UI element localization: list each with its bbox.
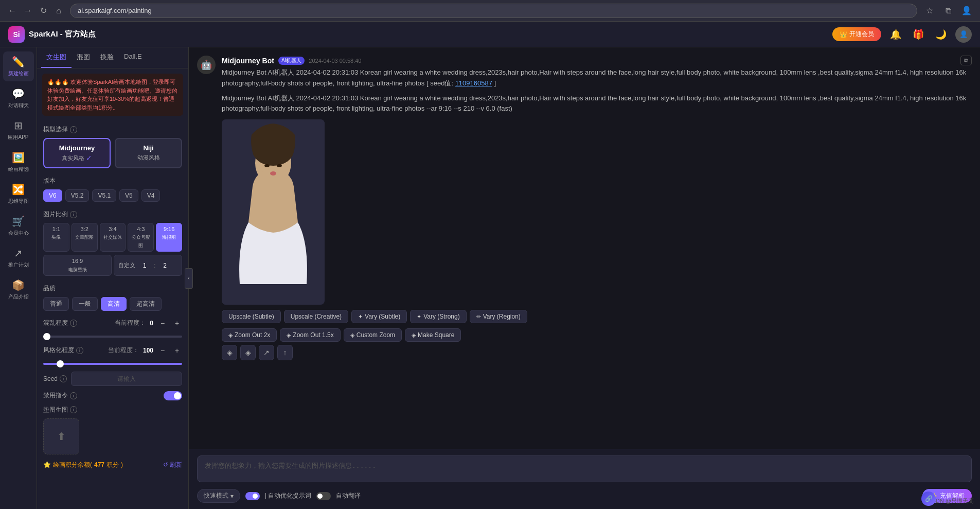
version-v5[interactable]: V5	[119, 189, 138, 202]
ratio-3-2[interactable]: 3:2文章配图	[72, 223, 98, 252]
seed-value[interactable]: 1109160587	[455, 79, 492, 87]
tab-face-swap[interactable]: 换脸	[95, 47, 119, 68]
quality-general[interactable]: 一般	[72, 297, 98, 311]
ratio-custom-w[interactable]	[137, 262, 152, 269]
app-title: SparkAI - 官方站点	[29, 29, 96, 39]
copy-button[interactable]: ⧉	[960, 56, 972, 65]
back-button[interactable]: ←	[6, 5, 19, 17]
model-card-niji[interactable]: Niji 动漫风格	[115, 138, 182, 168]
chaos-plus[interactable]: +	[172, 318, 182, 328]
refresh-button[interactable]: ↻	[37, 5, 49, 17]
ratio-custom-h[interactable]	[158, 262, 172, 269]
sidebar-item-mindmap[interactable]: 🔀 思维导图	[3, 179, 34, 209]
zoom-out-2x-btn[interactable]: ◈ Zoom Out 2x	[222, 328, 277, 342]
sidebar-item-product[interactable]: 📦 产品介绍	[3, 275, 34, 305]
check-icon: ✓	[86, 154, 92, 162]
vary-subtle-btn[interactable]: ✦ Vary (Subtle)	[351, 310, 407, 323]
window-button[interactable]: ⧉	[941, 4, 955, 18]
seed-info-icon[interactable]: i	[60, 375, 67, 382]
user-avatar[interactable]: 👤	[955, 26, 972, 43]
ratio-16-9[interactable]: 16:9电脑壁纸	[43, 255, 112, 276]
quality-normal[interactable]: 普通	[43, 297, 69, 311]
sidebar-label-app: 应用APP	[8, 134, 28, 141]
version-v51[interactable]: V5.1	[92, 189, 116, 202]
quick-mode-button[interactable]: 快速模式 ▾	[197, 489, 240, 503]
membership-button[interactable]: 👑 开通会员	[832, 27, 881, 41]
forward-button[interactable]: →	[22, 5, 34, 17]
forbidden-info-icon[interactable]: i	[70, 392, 77, 399]
alert-banner: 🔥🔥🔥 欢迎体验SparkAI绘画本地绘图，登录即可体验免费绘画。任意体验所有绘…	[42, 74, 183, 116]
arrow-s[interactable]: ◈	[240, 345, 256, 360]
notification-button[interactable]: 🔔	[887, 26, 904, 43]
profile-button[interactable]: 👤	[959, 4, 974, 18]
style-slider[interactable]	[43, 363, 182, 365]
logo-icon: Si	[8, 26, 25, 43]
corner-icon[interactable]: 🔗	[921, 492, 936, 506]
arrow-sw[interactable]: ◈	[222, 345, 237, 360]
gift-button[interactable]: 🎁	[910, 26, 926, 43]
chaos-minus[interactable]: −	[157, 318, 168, 328]
ratio-info-icon[interactable]: i	[70, 211, 77, 218]
browser-actions: ☆ ⧉ 👤	[922, 4, 974, 18]
refresh-button[interactable]: ↺ 刷新	[163, 461, 182, 469]
collapse-button[interactable]: ‹	[185, 268, 193, 289]
ratio-4-3[interactable]: 4:3公众号配图	[128, 223, 154, 252]
sidebar-item-promo[interactable]: ↗ 推广计划	[3, 243, 34, 273]
quality-ultra-hd[interactable]: 超高清	[130, 297, 162, 311]
chaos-info-icon[interactable]: i	[70, 320, 77, 327]
product-icon: 📦	[12, 279, 25, 291]
model-info-icon[interactable]: i	[70, 126, 77, 133]
version-v4[interactable]: V4	[141, 189, 161, 202]
make-square-btn[interactable]: ◈ Make Square	[405, 328, 461, 342]
arrow-n[interactable]: ↑	[277, 345, 293, 360]
ratio-1-1[interactable]: 1:1头像	[43, 223, 69, 252]
style-minus[interactable]: −	[157, 345, 168, 356]
model-name-mj: Midjourney	[59, 144, 95, 152]
sidebar-label-promo: 推广计划	[8, 261, 29, 269]
vary-region-btn[interactable]: ✏ Vary (Region)	[470, 310, 527, 323]
version-v52[interactable]: V5.2	[65, 189, 90, 202]
upscale-creative-btn[interactable]: Upscale (Creative)	[284, 310, 348, 323]
sidebar-item-membership[interactable]: 🛒 会员中心	[3, 211, 34, 241]
quality-hd[interactable]: 高清	[101, 297, 127, 311]
seed-input[interactable]	[71, 372, 182, 386]
tab-text-to-image[interactable]: 文生图	[41, 47, 72, 68]
chaos-current-label: 当前程度：	[115, 319, 146, 327]
model-card-midjourney[interactable]: Midjourney 真实风格 ✓	[43, 138, 111, 168]
custom-zoom-btn[interactable]: ◈ Custom Zoom	[344, 328, 402, 342]
message-actions: ⧉	[960, 56, 972, 65]
address-bar[interactable]: ai.sparkaigf.com/painting	[70, 4, 917, 18]
sidebar-item-new-painting[interactable]: ✏️ 新建绘画	[3, 51, 34, 81]
star-button[interactable]: ☆	[922, 4, 937, 18]
pad-upload[interactable]: ⬆	[43, 418, 79, 454]
image-grid	[222, 119, 972, 305]
sidebar-item-gallery[interactable]: 🖼️ 绘画精选	[3, 147, 34, 177]
seed-label: [ seed值:	[426, 79, 453, 87]
arrow-ne[interactable]: ↗	[259, 345, 274, 360]
version-v6[interactable]: V6	[43, 189, 62, 202]
theme-button[interactable]: 🌙	[933, 26, 949, 43]
panel-main: 文生图 混图 换脸 Dall.E 🔥🔥🔥 欢迎体验SparkAI绘画本	[37, 47, 980, 509]
tab-mix[interactable]: 混图	[72, 47, 95, 68]
style-info-icon[interactable]: i	[76, 347, 83, 354]
upscale-subtle-btn[interactable]: Upscale (Subtle)	[222, 310, 281, 323]
zoom-15x-label: Zoom Out 1.5x	[293, 331, 333, 339]
style-plus[interactable]: +	[172, 345, 182, 356]
tab-dalle[interactable]: Dall.E	[119, 47, 147, 68]
vary-strong-btn[interactable]: ✦ Vary (Strong)	[410, 310, 466, 323]
sidebar-item-chat[interactable]: 💬 对话聊天	[3, 83, 34, 113]
ratio-9-16[interactable]: 9:16海报图	[156, 223, 182, 252]
pad-info-icon[interactable]: i	[70, 406, 77, 413]
chat-area: 🤖 Midjourney Bot AI机器人 2024-04-03 00:58:…	[189, 47, 980, 449]
home-button[interactable]: ⌂	[52, 5, 65, 17]
quick-mode-toggle[interactable]	[245, 492, 260, 500]
forbidden-toggle[interactable]	[164, 391, 182, 400]
pad-section: 垫图生图 i ⬆	[37, 403, 188, 457]
sidebar-item-app[interactable]: ⊞ 应用APP	[3, 115, 34, 145]
auto-translate-toggle[interactable]	[316, 492, 331, 500]
prompt-input[interactable]	[197, 455, 972, 482]
zoom-out-15x-btn[interactable]: ◈ Zoom Out 1.5x	[280, 328, 340, 342]
score-label: 绘画积分余额(	[53, 461, 92, 469]
ratio-3-4[interactable]: 3:4社交媒体	[100, 223, 126, 252]
chaos-slider[interactable]	[43, 336, 182, 338]
